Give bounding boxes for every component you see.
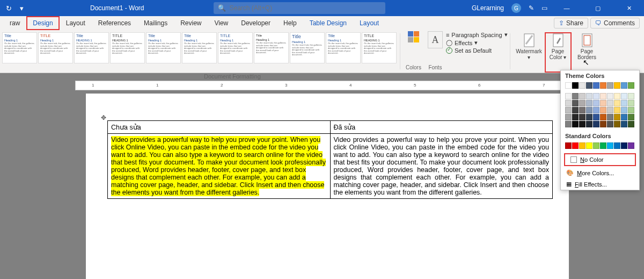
theme-thumb[interactable]: TITLEHEADING 1On the insert tab, the gal…	[110, 32, 145, 63]
color-swatch[interactable]	[586, 93, 592, 99]
table-cell-right[interactable]: Video provides a powerful way to help yo…	[330, 134, 553, 199]
color-swatch[interactable]	[621, 114, 627, 120]
search-input[interactable]	[229, 4, 381, 12]
color-swatch[interactable]	[600, 82, 606, 89]
color-swatch[interactable]	[621, 107, 627, 113]
color-swatch[interactable]	[579, 121, 586, 127]
effects-button[interactable]: ◯Effects▾	[446, 39, 508, 46]
color-swatch[interactable]	[628, 107, 634, 113]
tab-draw[interactable]: raw	[3, 16, 26, 30]
table-move-handle[interactable]: ✥	[101, 114, 106, 121]
content-table[interactable]: Chưa sửa Đã sửa Video provides a powerfu…	[107, 120, 553, 199]
color-swatch[interactable]	[593, 121, 599, 127]
color-swatch[interactable]	[565, 82, 572, 89]
color-swatch[interactable]	[600, 93, 606, 99]
color-swatch[interactable]	[614, 142, 620, 149]
theme-thumb[interactable]: TitleHeading 1On the insert tab, the gal…	[182, 32, 217, 63]
color-swatch[interactable]	[579, 114, 586, 120]
color-swatch[interactable]	[614, 93, 620, 99]
color-swatch[interactable]	[593, 107, 599, 113]
theme-thumb[interactable]: TitleHeading 1On the insert tab, the gal…	[290, 32, 325, 63]
table-cell-left[interactable]: Video provides a powerful way to help yo…	[108, 134, 331, 199]
color-swatch[interactable]	[614, 100, 620, 106]
theme-gallery[interactable]: TitleHeading 1On the insert tab, the gal…	[0, 30, 398, 73]
autosave-icon[interactable]: ↻	[4, 4, 13, 12]
color-swatch[interactable]	[621, 100, 627, 106]
maximize-button[interactable]: ▢	[586, 0, 610, 16]
minimize-button[interactable]: —	[555, 0, 579, 16]
color-swatch[interactable]	[628, 121, 634, 127]
color-swatch[interactable]	[600, 114, 606, 120]
paragraph-spacing-button[interactable]: ≡Paragraph Spacing▾	[446, 31, 508, 38]
color-swatch[interactable]	[586, 121, 592, 127]
color-swatch[interactable]	[579, 142, 586, 149]
more-colors-item[interactable]: 🎨More Colors...	[561, 167, 639, 178]
comments-button[interactable]: 🗨Comments	[590, 18, 640, 28]
color-swatch[interactable]	[621, 142, 627, 149]
close-button[interactable]: ✕	[617, 0, 641, 16]
color-swatch[interactable]	[579, 82, 586, 89]
color-swatch[interactable]	[586, 82, 592, 89]
theme-thumb[interactable]: TitleHeading 1On the insert tab, the gal…	[146, 32, 181, 63]
color-swatch[interactable]	[593, 100, 599, 106]
color-swatch[interactable]	[593, 142, 599, 149]
color-swatch[interactable]	[572, 107, 579, 113]
color-swatch[interactable]	[607, 107, 613, 113]
color-swatch[interactable]	[572, 121, 579, 127]
theme-thumb[interactable]: TitleHeading 1On the insert tab, the gal…	[254, 32, 289, 63]
color-swatch[interactable]	[621, 121, 627, 127]
tab-view[interactable]: View	[208, 16, 235, 30]
watermark-button[interactable]: Watermark▾	[516, 32, 543, 73]
color-swatch[interactable]	[572, 93, 579, 99]
color-swatch[interactable]	[579, 100, 586, 106]
color-swatch[interactable]	[586, 107, 592, 113]
theme-thumb[interactable]: TITLEHeading 1On the insert tab, the gal…	[218, 32, 253, 63]
tab-references[interactable]: References	[92, 16, 137, 30]
qa-dropdown-icon[interactable]: ▾	[17, 4, 26, 12]
color-swatch[interactable]	[572, 82, 579, 89]
tab-table-layout[interactable]: Layout	[353, 16, 385, 30]
tab-help[interactable]: Help	[277, 16, 303, 30]
table-header-cell[interactable]: Chưa sửa	[108, 121, 331, 134]
color-swatch[interactable]	[565, 107, 572, 113]
set-default-button[interactable]: Set as Default	[446, 47, 508, 54]
color-swatch[interactable]	[572, 142, 579, 149]
color-swatch[interactable]	[614, 107, 620, 113]
fill-effects-item[interactable]: ▦Fill Effects...	[561, 178, 639, 190]
colors-button[interactable]: Colors	[402, 30, 425, 73]
share-button[interactable]: ⇪Share	[554, 18, 588, 28]
color-swatch[interactable]	[572, 100, 579, 106]
theme-thumb[interactable]: TitleHEADING 1On the insert tab, the gal…	[74, 32, 109, 63]
ruler[interactable]: 11234567	[75, 81, 569, 90]
theme-thumb[interactable]: TitleHeading 1On the insert tab, the gal…	[326, 32, 361, 63]
theme-thumb[interactable]: TitleHeading 1On the insert tab, the gal…	[2, 32, 37, 63]
color-swatch[interactable]	[607, 100, 613, 106]
color-swatch[interactable]	[586, 100, 592, 106]
tab-table-design[interactable]: Table Design	[303, 16, 353, 30]
color-swatch[interactable]	[614, 82, 620, 89]
color-swatch[interactable]	[621, 93, 627, 99]
tab-mailings[interactable]: Mailings	[137, 16, 174, 30]
color-swatch[interactable]	[607, 82, 613, 89]
color-swatch[interactable]	[600, 107, 606, 113]
color-swatch[interactable]	[586, 114, 592, 120]
color-swatch[interactable]	[600, 121, 606, 127]
tab-developer[interactable]: Developer	[235, 16, 277, 30]
color-swatch[interactable]	[628, 93, 634, 99]
theme-thumb[interactable]: TITLEHeading 1On the insert tab, the gal…	[38, 32, 73, 63]
color-swatch[interactable]	[565, 142, 572, 149]
table-header-cell[interactable]: Đã sửa	[330, 121, 553, 134]
color-swatch[interactable]	[628, 82, 634, 89]
ribbon-mode-icon[interactable]: ▭	[541, 4, 547, 12]
color-swatch[interactable]	[593, 82, 599, 89]
color-swatch[interactable]	[565, 100, 572, 106]
document-page[interactable]: ✥ Chưa sửa Đã sửa Video provides a power…	[86, 94, 569, 279]
color-swatch[interactable]	[600, 100, 606, 106]
page-color-button[interactable]: Page Color ▾ ↖	[545, 32, 572, 73]
avatar[interactable]: G	[511, 3, 521, 13]
color-swatch[interactable]	[586, 142, 592, 149]
color-swatch[interactable]	[593, 93, 599, 99]
color-swatch[interactable]	[628, 114, 634, 120]
color-swatch[interactable]	[579, 93, 586, 99]
color-swatch[interactable]	[600, 142, 606, 149]
